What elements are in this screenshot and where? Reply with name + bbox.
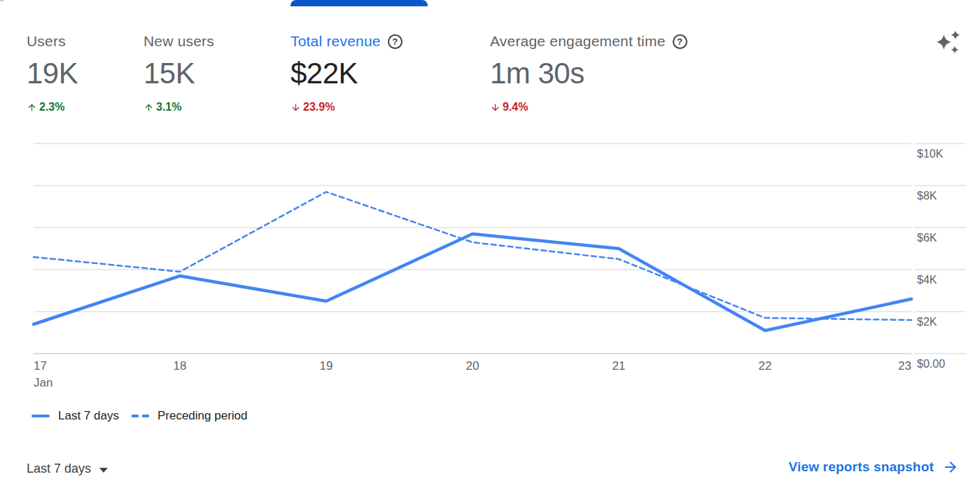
- svg-text:23: 23: [898, 359, 911, 373]
- legend-label: Preceding period: [158, 409, 248, 423]
- trend-down-icon: [490, 102, 500, 113]
- svg-text:$8K: $8K: [917, 190, 937, 202]
- svg-text:20: 20: [466, 359, 479, 373]
- metric-value: 19K: [27, 57, 78, 90]
- chart-legend: Last 7 days Preceding period: [31, 409, 247, 423]
- metric-delta-value: 9.4%: [503, 101, 528, 113]
- trend-up-icon: [27, 102, 37, 113]
- svg-text:17: 17: [34, 359, 47, 373]
- svg-text:18: 18: [174, 359, 187, 373]
- metric-tab-users[interactable]: Users 19K 2.3%: [27, 32, 78, 113]
- trend-up-icon: [144, 102, 154, 113]
- metric-label: Average engagement time: [490, 32, 666, 50]
- svg-text:Jan: Jan: [34, 376, 52, 389]
- help-icon[interactable]: [388, 34, 402, 49]
- legend-item-last-7-days: Last 7 days: [31, 409, 119, 423]
- metric-tab-new-users[interactable]: New users 15K 3.1%: [144, 32, 214, 113]
- svg-text:$4K: $4K: [917, 274, 937, 286]
- analytics-overview-card: { "metrics": [ { "label": "Users", "valu…: [0, 0, 980, 500]
- dashed-line-swatch: [132, 415, 149, 417]
- metric-delta: 3.1%: [144, 101, 214, 113]
- metric-delta-value: 3.1%: [156, 101, 181, 113]
- metric-value: 15K: [144, 57, 214, 90]
- metric-delta: 23.9%: [290, 101, 402, 113]
- date-range-dropdown[interactable]: Last 7 days: [27, 461, 108, 476]
- date-range-label: Last 7 days: [27, 461, 91, 476]
- metric-label: Users: [27, 32, 66, 50]
- help-icon[interactable]: [673, 34, 687, 49]
- sparkle-icon: [931, 27, 962, 57]
- svg-text:22: 22: [759, 359, 772, 373]
- metric-tab-avg-engagement-time[interactable]: Average engagement time 1m 30s 9.4%: [490, 32, 687, 113]
- metric-label: Total revenue: [290, 32, 381, 50]
- metric-label: New users: [144, 32, 214, 50]
- metric-value: 1m 30s: [490, 57, 687, 90]
- snapshot-link-label: View reports snapshot: [788, 459, 934, 475]
- svg-text:$10K: $10K: [917, 148, 944, 160]
- trend-down-icon: [290, 102, 301, 113]
- svg-text:19: 19: [320, 359, 333, 373]
- svg-text:$0.00: $0.00: [917, 358, 945, 370]
- svg-text:$2K: $2K: [917, 316, 937, 328]
- svg-text:21: 21: [612, 359, 626, 373]
- view-reports-snapshot-link[interactable]: View reports snapshot: [788, 459, 959, 475]
- metric-delta-value: 2.3%: [39, 101, 64, 113]
- metric-delta: 9.4%: [490, 101, 687, 113]
- card-footer: Last 7 days View reports snapshot: [0, 459, 980, 484]
- svg-text:$6K: $6K: [917, 232, 937, 244]
- metric-delta-value: 23.9%: [303, 101, 335, 113]
- metric-tab-total-revenue[interactable]: Total revenue $22K 23.9%: [290, 32, 402, 113]
- legend-item-preceding-period: Preceding period: [132, 409, 248, 423]
- solid-line-swatch: [31, 415, 50, 417]
- chevron-down-icon: [99, 468, 108, 473]
- insights-sparkle-button[interactable]: [930, 25, 963, 59]
- arrow-right-icon: [942, 459, 959, 475]
- legend-label: Last 7 days: [58, 409, 119, 423]
- metric-delta: 2.3%: [27, 101, 78, 113]
- metric-value: $22K: [290, 57, 402, 90]
